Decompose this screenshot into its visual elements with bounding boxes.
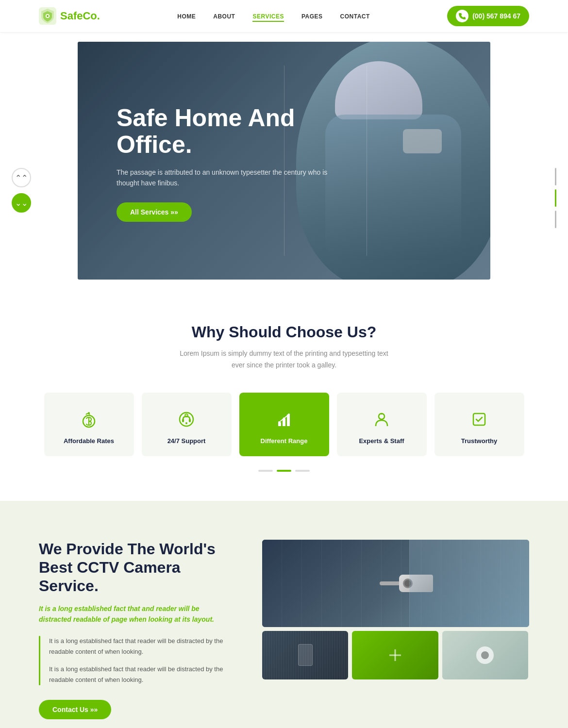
cctv-left-content: We Provide The World's Best CCTV Camera … [39,540,233,719]
hero-title: Safe Home And Office. [117,105,350,158]
phone-icon [456,10,468,22]
scroll-up-button[interactable]: ⌃⌃ [12,168,31,187]
cctv-title: We Provide The World's Best CCTV Camera … [39,540,233,596]
contact-us-button[interactable]: Contact Us »» [39,700,111,719]
round-cam-shape [476,646,494,664]
why-title: Why Should Choose Us? [39,323,529,341]
window-reflection [409,540,530,627]
cctv-image-row [262,631,529,679]
phone-number: (00) 567 894 67 [472,12,520,20]
cam-lens-small [481,651,489,659]
cctv-section: We Provide The World's Best CCTV Camera … [0,501,568,728]
nav-item-contact[interactable]: CONTACT [340,12,370,20]
svg-rect-18 [381,414,383,414]
cctv-divider [39,636,40,685]
cctv-small-image-1 [262,631,348,679]
feature-card-affordable[interactable]: Affordable Rates [44,393,134,456]
chevron-up-icon: ⌃⌃ [15,173,28,182]
svg-point-4 [88,412,90,414]
side-indicators [555,168,556,228]
cctv-small-image-2 [352,631,438,679]
support-icon [175,408,198,430]
feature-label-support: 24/7 Support [167,437,206,445]
deco-line-2 [367,66,367,256]
nav-item-pages[interactable]: PAGES [301,12,323,20]
hero-cta-button[interactable]: All Services »» [117,202,192,222]
why-section: Why Should Choose Us? Lorem Ipsum is sim… [0,289,568,501]
green-cross-icon [385,645,405,665]
svg-point-8 [185,422,187,424]
svg-point-15 [283,417,285,419]
svg-rect-19 [473,414,485,425]
svg-point-14 [278,421,280,423]
cctv-description-row: It is a long established fact that reade… [39,636,233,685]
dot-1[interactable] [258,470,273,472]
why-subtitle: Lorem Ipsum is simply dummy text of the … [175,348,393,371]
hero-content: Safe Home And Office. The passage is att… [117,105,350,222]
cctv-desc-1: It is a long established fact that reade… [49,636,233,657]
svg-rect-7 [189,419,191,422]
dot-2[interactable] [277,470,291,472]
page-wrapper: SafeCo. HOME ABOUT SERVICES PAGES CONTAC… [0,0,568,728]
feature-card-support[interactable]: 24/7 Support [142,393,232,456]
feature-label-affordable: Affordable Rates [64,437,114,445]
chart-icon [273,408,295,430]
feature-card-experts[interactable]: Experts & Staff [337,393,427,456]
logo-icon [39,7,56,25]
camera-prop [403,129,442,153]
feature-card-trustworthy[interactable]: Trustworthy [434,393,524,456]
hero-section: ⌃⌃ ⌄⌄ [0,32,568,289]
feature-label-experts: Experts & Staff [359,437,404,445]
scroll-down-button[interactable]: ⌄⌄ [12,193,31,213]
feature-label-range: Different Range [261,437,308,445]
logo[interactable]: SafeCo. [39,7,100,25]
features-row: Affordable Rates 24/7 Support [39,393,529,456]
checkmark-icon [468,408,490,430]
panel-shape [298,644,313,666]
nav-links: HOME ABOUT SERVICES PAGES CONTACT [177,12,370,20]
hero-subtitle: The passage is attributed to an unknown … [117,167,350,189]
svg-rect-6 [182,419,184,422]
cctv-desc-cols: It is a long established fact that reade… [49,636,233,685]
money-icon [78,408,100,430]
indicator-line-3 [555,211,556,228]
indicator-line-2 [555,189,556,207]
brand-name: SafeCo. [60,10,100,22]
cctv-main-image [262,540,529,627]
navbar: SafeCo. HOME ABOUT SERVICES PAGES CONTAC… [0,0,568,32]
phone-cta[interactable]: (00) 567 894 67 [447,6,529,26]
cctv-images [262,540,529,679]
feature-label-trustworthy: Trustworthy [461,437,497,445]
feature-card-range[interactable]: Different Range [239,393,329,456]
nav-item-home[interactable]: HOME [177,12,196,20]
nav-item-services[interactable]: SERVICES [252,12,284,20]
chevron-down-icon: ⌄⌄ [15,199,28,208]
svg-point-2 [47,15,49,17]
dot-3[interactable] [295,470,310,472]
wall-texture [262,631,348,679]
svg-point-16 [288,414,290,415]
indicator-line-1 [555,168,556,185]
cam-arm [380,581,399,585]
cctv-accent-text: It is a long established fact that and r… [39,603,233,625]
cctv-desc-2: It is a long established fact that reade… [49,664,233,685]
scroll-navigation: ⌃⌃ ⌄⌄ [12,168,31,213]
person-icon [370,408,393,430]
cctv-small-image-3 [442,631,528,679]
hero-banner: Safe Home And Office. The passage is att… [78,42,490,280]
nav-item-about[interactable]: ABOUT [213,12,235,20]
feature-dots [39,470,529,472]
